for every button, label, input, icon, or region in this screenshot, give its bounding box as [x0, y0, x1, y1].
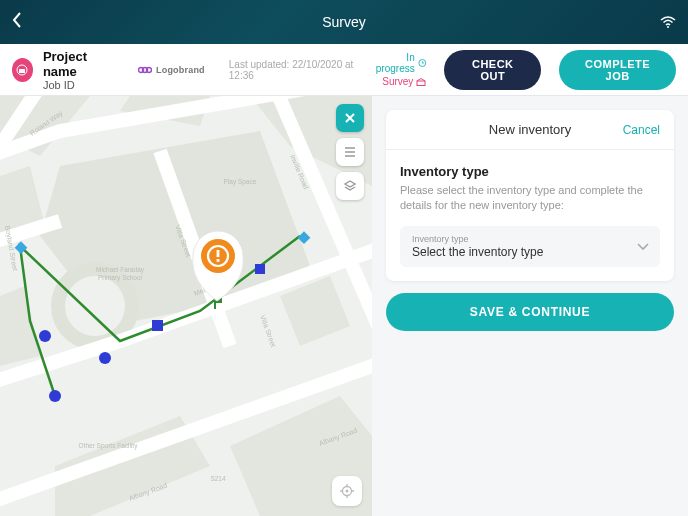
svg-rect-26 [255, 264, 265, 274]
list-icon [343, 146, 357, 158]
svg-point-19 [65, 276, 125, 336]
map-label-sports: Other Sports Facility [79, 442, 139, 450]
inventory-card: New inventory Cancel Inventory type Plea… [386, 110, 674, 281]
clock-icon [418, 58, 427, 68]
wifi-icon [660, 16, 676, 28]
svg-point-5 [146, 67, 151, 72]
project-name: Project name [43, 49, 114, 79]
checkout-button[interactable]: CHECK OUT [444, 50, 541, 90]
section-description: Please select the inventory type and com… [400, 183, 660, 214]
back-button[interactable] [12, 12, 22, 33]
svg-text:Primary School: Primary School [98, 274, 143, 282]
survey-icon [416, 78, 426, 86]
status-column: In progress Survey [371, 52, 426, 87]
section-title: Inventory type [400, 164, 660, 179]
map-close-button[interactable] [336, 104, 364, 132]
svg-rect-7 [417, 81, 425, 86]
info-bar: Project name Job ID Logobrand Last updat… [0, 44, 688, 96]
chevron-down-icon [636, 237, 650, 255]
project-text: Project name Job ID [43, 49, 114, 91]
last-updated: Last updated: 22/10/2020 at 12:36 [229, 59, 362, 81]
complete-job-button[interactable]: COMPLETE JOB [559, 50, 676, 90]
chevron-left-icon [12, 12, 22, 28]
cancel-button[interactable]: Cancel [623, 123, 660, 137]
select-value: Select the inventory type [412, 245, 628, 259]
brand-logo-icon [138, 66, 152, 74]
map-layers-button[interactable] [336, 138, 364, 166]
svg-point-23 [99, 352, 111, 364]
brand: Logobrand [138, 65, 205, 75]
map-filter-button[interactable] [336, 172, 364, 200]
map[interactable]: Roland Way Boyland Street Villa Street V… [0, 96, 372, 516]
map-label-area: S214 [210, 475, 226, 482]
status-in-progress: In progress [371, 52, 426, 74]
close-icon [344, 112, 356, 124]
locate-icon [339, 483, 355, 499]
card-title: New inventory [489, 122, 571, 137]
map-label-playspace: Play Space [224, 178, 257, 186]
svg-point-22 [39, 330, 51, 342]
svg-point-24 [49, 390, 61, 402]
page-title: Survey [0, 14, 688, 30]
map-canvas: Roland Way Boyland Street Villa Street V… [0, 96, 372, 516]
save-continue-button[interactable]: SAVE & CONTINUE [386, 293, 674, 331]
top-bar: Survey [0, 0, 688, 44]
svg-rect-33 [217, 250, 220, 257]
card-header: New inventory Cancel [386, 110, 674, 150]
svg-rect-34 [217, 259, 220, 262]
svg-point-36 [346, 490, 349, 493]
project-icon [12, 58, 33, 82]
side-panel: New inventory Cancel Inventory type Plea… [372, 96, 688, 516]
svg-rect-2 [19, 69, 25, 73]
svg-point-0 [667, 26, 669, 28]
select-label: Inventory type [412, 234, 628, 244]
map-controls [336, 104, 364, 200]
layers-icon [343, 179, 357, 193]
map-label-school: Michael Faraday [96, 266, 145, 274]
map-locate-button[interactable] [332, 476, 362, 506]
inventory-type-select[interactable]: Inventory type Select the inventory type [400, 226, 660, 267]
job-id: Job ID [43, 79, 114, 91]
status-survey: Survey [371, 76, 426, 87]
brand-label: Logobrand [156, 65, 205, 75]
svg-rect-25 [152, 320, 163, 331]
